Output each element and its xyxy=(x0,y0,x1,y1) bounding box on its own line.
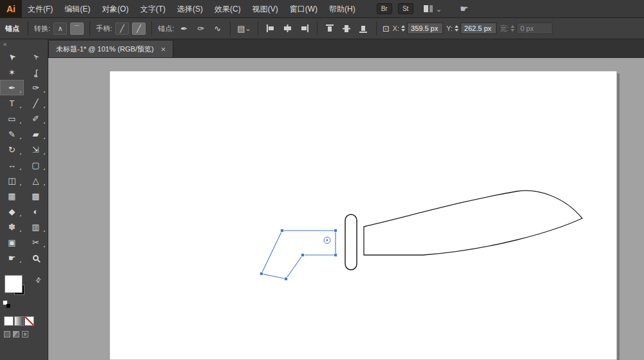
menu-item[interactable]: 窗口(W) xyxy=(284,0,323,18)
line-segment-tool[interactable]: ╱ xyxy=(24,95,48,111)
add-anchor-button[interactable]: ✑ xyxy=(194,23,207,35)
curvature-tool[interactable]: ✑ xyxy=(24,80,48,95)
shape-builder-tool[interactable]: ◫ xyxy=(0,173,24,188)
swap-fill-stroke-icon[interactable]: ⇄ xyxy=(33,276,43,285)
horizontal-align-left-button[interactable] xyxy=(264,23,278,35)
reference-point-icon[interactable]: ⊡ xyxy=(383,24,390,33)
type-tool-icon: T xyxy=(10,99,15,108)
menu-item[interactable]: 视图(V) xyxy=(247,0,284,18)
artboard-tool[interactable]: ▣ xyxy=(0,234,24,250)
remove-anchor-button[interactable]: ✒ xyxy=(177,23,191,35)
show-handles-button[interactable]: ╱ xyxy=(132,23,146,35)
document-tab[interactable]: 未标题-1* @ 101% (RGB/预览) × xyxy=(48,40,173,57)
pencil-tool[interactable]: ✎ xyxy=(0,126,24,142)
stock-badge[interactable]: St xyxy=(398,3,413,14)
join-path-button[interactable]: ∿ xyxy=(211,23,224,35)
menu-item[interactable]: 文字(T) xyxy=(135,0,171,18)
draw-behind-button[interactable] xyxy=(13,331,19,337)
convert-to-corner-button[interactable]: ∧ xyxy=(53,23,67,35)
rectangle-tool[interactable]: ▭ xyxy=(0,111,24,126)
width-tool[interactable]: ↔ xyxy=(0,157,24,173)
symbol-sprayer-tool[interactable]: ✽ xyxy=(0,219,24,234)
horizontal-align-right-button[interactable] xyxy=(298,23,311,35)
menu-item[interactable]: 效果(C) xyxy=(209,0,247,18)
menu-item[interactable]: 对象(O) xyxy=(96,0,134,18)
menu-item[interactable]: 帮助(H) xyxy=(323,0,361,18)
vertical-align-top-button[interactable] xyxy=(323,23,337,35)
document-title: 未标题-1* @ 101% (RGB/预览) xyxy=(56,44,154,54)
paintbrush-tool[interactable]: ✐ xyxy=(24,111,48,126)
horizontal-align-center-button[interactable] xyxy=(281,23,294,35)
center-widget-dot xyxy=(327,240,328,242)
blend-tool[interactable]: ◐ xyxy=(24,204,48,219)
eraser-tool[interactable]: ▰ xyxy=(24,126,48,142)
add-anchor-icon: ✑ xyxy=(197,24,204,33)
horizontal-align-left-icon xyxy=(267,24,275,32)
zoom-tool[interactable] xyxy=(24,250,48,265)
scale-tool[interactable]: ⇲ xyxy=(24,142,48,157)
touch-hand-icon[interactable]: ☛ xyxy=(460,3,468,15)
anchor-point[interactable] xyxy=(285,278,288,281)
eyedropper-tool[interactable]: ◆ xyxy=(0,204,24,219)
draw-normal-button[interactable] xyxy=(4,331,10,337)
app-logo[interactable]: Ai xyxy=(0,0,22,18)
color-button[interactable] xyxy=(5,317,13,325)
control-bar: 锚点 转换: ∧ ⌒ 手柄: ╱ ╱ 锚点: ✒ ✑ ∿ ▤ ⌄ xyxy=(0,18,644,39)
selection-tool[interactable]: ➤ xyxy=(0,49,24,64)
gradient-tool-icon: ▩ xyxy=(32,192,39,200)
menu-item[interactable]: 编辑(E) xyxy=(59,0,96,18)
y-input[interactable]: 262.5 px xyxy=(460,23,497,34)
workspace-switcher[interactable]: ⌄ xyxy=(424,3,442,15)
anchor-point[interactable] xyxy=(334,229,337,232)
slice-tool[interactable]: ✂ xyxy=(24,234,48,250)
rotate-tool[interactable]: ↻ xyxy=(0,142,24,157)
x-input[interactable]: 359.5 px xyxy=(407,23,443,34)
y-stepper[interactable] xyxy=(455,25,459,32)
anchor-point[interactable] xyxy=(334,254,337,257)
shape-builder-tool-icon: ◫ xyxy=(8,176,15,185)
default-fill-stroke-icon[interactable] xyxy=(3,300,13,310)
mesh-tool[interactable]: ▦ xyxy=(0,188,24,204)
convert-to-smooth-button[interactable]: ⌒ xyxy=(70,23,84,35)
draw-inside-button[interactable] xyxy=(22,331,28,337)
menu-item[interactable]: 选择(S) xyxy=(171,0,209,18)
column-graph-tool[interactable]: ▥ xyxy=(24,219,48,234)
align-to-dropdown[interactable]: ▤ ⌄ xyxy=(236,23,252,35)
direct-selection-tool[interactable]: ➢ xyxy=(24,49,48,64)
vertical-align-middle-icon xyxy=(343,24,350,33)
vertical-align-middle-button[interactable] xyxy=(340,23,354,35)
color-mode-buttons xyxy=(5,317,48,325)
anchor-point[interactable] xyxy=(281,229,284,232)
pen-tool[interactable]: ✒ xyxy=(0,80,24,95)
y-label: Y: xyxy=(446,24,453,32)
magic-wand-tool[interactable]: ✶ xyxy=(0,64,24,80)
none-button[interactable] xyxy=(25,317,33,325)
width-field: 宽: 0 px xyxy=(500,23,553,34)
fill-swatch[interactable] xyxy=(5,276,22,292)
guard-shape[interactable] xyxy=(345,214,357,270)
free-transform-tool[interactable]: ▢ xyxy=(24,157,48,173)
anchor-point[interactable] xyxy=(260,272,263,276)
hide-handles-button[interactable]: ╱ xyxy=(115,23,129,35)
width-stepper[interactable] xyxy=(511,25,515,32)
lasso-tool[interactable]: ʆ xyxy=(24,64,48,80)
menu-item[interactable]: 文件(F) xyxy=(22,0,59,18)
hand-tool[interactable]: ☛ xyxy=(0,250,24,265)
x-field: X: 359.5 px xyxy=(393,23,443,34)
collapse-panel-icon[interactable]: « xyxy=(3,41,7,48)
perspective-grid-tool[interactable]: △ xyxy=(24,173,48,188)
anchor-point[interactable] xyxy=(301,254,305,257)
center-widget[interactable] xyxy=(324,237,330,243)
gradient-tool[interactable]: ▩ xyxy=(24,188,48,204)
anchors-label: 锚点: xyxy=(158,24,174,33)
canvas-area[interactable] xyxy=(48,58,644,360)
gradient-button[interactable] xyxy=(15,317,23,325)
chevron-down-icon: ⌄ xyxy=(245,25,251,32)
bridge-badge[interactable]: Br xyxy=(377,3,392,14)
x-stepper[interactable] xyxy=(401,25,405,32)
hand-tool-icon: ☛ xyxy=(8,254,16,262)
type-tool[interactable]: T xyxy=(0,95,24,111)
width-input[interactable]: 0 px xyxy=(516,23,553,34)
close-icon[interactable]: × xyxy=(161,45,166,53)
vertical-align-bottom-button[interactable] xyxy=(357,23,370,35)
